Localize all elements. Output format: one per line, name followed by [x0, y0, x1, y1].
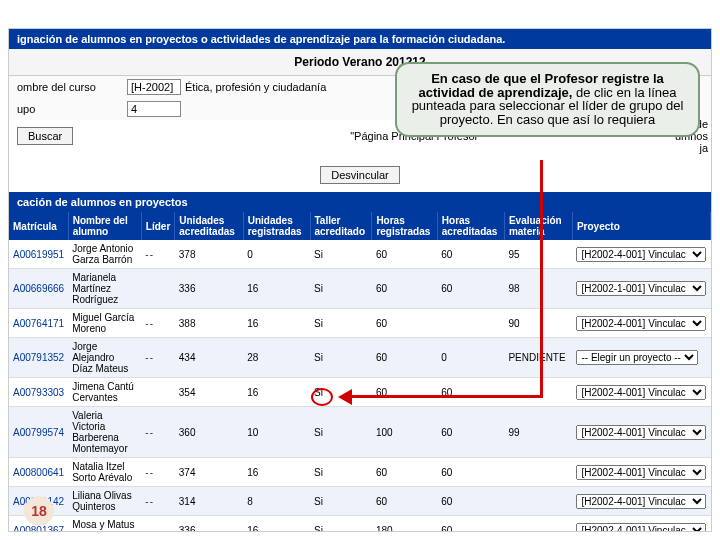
project-select[interactable]: -- Elegir un proyecto -- — [576, 350, 698, 365]
cell-value: 100 — [372, 407, 437, 458]
cell-lider: -- — [141, 458, 174, 487]
cell-value: 60 — [372, 269, 437, 309]
cell-proyecto: [H2002-1-001] Vinculac 5 — [572, 269, 710, 309]
cell-value — [504, 516, 572, 533]
cell-lider: -- — [141, 407, 174, 458]
cell-value: Si — [310, 516, 372, 533]
cell-value: 378 — [175, 240, 243, 269]
cell-matricula: A00764171 — [9, 309, 68, 338]
cell-lider: -- — [141, 338, 174, 378]
cell-value: 60 — [372, 378, 437, 407]
cell-value: 360 — [175, 407, 243, 458]
col-taller: Taller acreditado — [310, 212, 372, 240]
group-input[interactable] — [127, 101, 181, 117]
table-row: A00801367Mosa y Matus Carrasco--33616Si1… — [9, 516, 711, 533]
cell-proyecto: [H2002-4-001] Vinculac 5 — [572, 407, 710, 458]
project-select[interactable]: [H2002-4-001] Vinculac 5 — [576, 494, 706, 509]
cell-matricula: A00793303 — [9, 378, 68, 407]
cell-value: 336 — [175, 516, 243, 533]
section-header-assignment: ignación de alumnos en proyectos o activ… — [9, 29, 711, 49]
cell-value: 60 — [437, 458, 504, 487]
col-ua: Unidades acreditadas — [175, 212, 243, 240]
cell-proyecto: [H2002-4-001] Vinculac 5 — [572, 240, 710, 269]
cell-value: 10 — [243, 407, 310, 458]
cell-value: 60 — [437, 407, 504, 458]
search-button[interactable]: Buscar — [17, 127, 73, 145]
cell-matricula: A00799574 — [9, 407, 68, 458]
cell-value: 388 — [175, 309, 243, 338]
col-matricula: Matrícula — [9, 212, 68, 240]
table-row: A00764171Miguel García Moreno--38816Si60… — [9, 309, 711, 338]
project-select[interactable]: [H2002-4-001] Vinculac 5 — [576, 385, 706, 400]
cell-nombre: Natalia Itzel Sorto Arévalo — [68, 458, 141, 487]
cell-nombre: Jimena Cantú Cervantes — [68, 378, 141, 407]
col-ur: Unidades registradas — [243, 212, 310, 240]
table-row: A00799574Valeria Victoria Barberena Mont… — [9, 407, 711, 458]
course-code-input[interactable] — [127, 79, 181, 95]
cell-value: 90 — [504, 309, 572, 338]
cell-value: Si — [310, 407, 372, 458]
cell-proyecto: [H2002-4-001] Vinculac 5 — [572, 516, 710, 533]
arrow-horizontal — [348, 395, 540, 398]
project-select[interactable]: [H2002-4-001] Vinculac 5 — [576, 523, 706, 533]
table-row: A00793303Jimena Cantú Cervantes35416Si60… — [9, 378, 711, 407]
project-select[interactable]: [H2002-4-001] Vinculac 5 — [576, 247, 706, 262]
cell-lider — [141, 269, 174, 309]
course-label: ombre del curso — [17, 81, 127, 93]
cell-nombre: Jorge Alejandro Díaz Mateus — [68, 338, 141, 378]
cell-value — [504, 458, 572, 487]
cell-value: 16 — [243, 269, 310, 309]
leader-select-dashed[interactable]: -- — [145, 525, 154, 533]
cell-value — [504, 487, 572, 516]
col-eval: Evaluación materia — [504, 212, 572, 240]
cell-value: 354 — [175, 378, 243, 407]
cell-value: 99 — [504, 407, 572, 458]
unlink-button[interactable]: Desvincular — [320, 166, 399, 184]
table-row: A00801142Liliana Olivas Quinteros--3148S… — [9, 487, 711, 516]
leader-select-dashed[interactable]: -- — [145, 318, 154, 329]
cell-value: 16 — [243, 378, 310, 407]
cell-lider: -- — [141, 240, 174, 269]
cell-value: 374 — [175, 458, 243, 487]
cell-value: 0 — [437, 338, 504, 378]
leader-select-dashed[interactable]: -- — [145, 467, 154, 478]
project-select[interactable]: [H2002-4-001] Vinculac 5 — [576, 316, 706, 331]
project-select[interactable]: [H2002-4-001] Vinculac 5 — [576, 425, 706, 440]
cell-value: 16 — [243, 516, 310, 533]
cell-lider: -- — [141, 309, 174, 338]
cell-value: Si — [310, 240, 372, 269]
leader-select-dashed[interactable]: -- — [145, 352, 154, 363]
leader-select-dashed[interactable]: -- — [145, 496, 154, 507]
highlight-circle-icon — [311, 388, 333, 406]
cell-matricula: A00791352 — [9, 338, 68, 378]
col-ha: Horas acreditadas — [437, 212, 504, 240]
cell-value: 0 — [243, 240, 310, 269]
students-table: Matrícula Nombre del alumno Líder Unidad… — [9, 212, 711, 532]
cell-value: 60 — [437, 516, 504, 533]
cell-value: 60 — [437, 378, 504, 407]
cell-value: PENDIENTE — [504, 338, 572, 378]
cell-value: 60 — [437, 269, 504, 309]
cell-value: Si — [310, 458, 372, 487]
cell-lider: -- — [141, 516, 174, 533]
cell-value: Si — [310, 487, 372, 516]
cell-lider: -- — [141, 487, 174, 516]
project-select[interactable]: [H2002-4-001] Vinculac 5 — [576, 465, 706, 480]
course-name: Ética, profesión y ciudadanía — [185, 81, 326, 93]
slide-number: 18 — [24, 496, 54, 526]
cell-value: 16 — [243, 458, 310, 487]
project-select[interactable]: [H2002-1-001] Vinculac 5 — [576, 281, 706, 296]
cell-proyecto: [H2002-4-001] Vinculac 5 — [572, 458, 710, 487]
leader-select-dashed[interactable]: -- — [145, 427, 154, 438]
cell-value: 434 — [175, 338, 243, 378]
cell-value: Si — [310, 269, 372, 309]
leader-select-dashed[interactable]: -- — [145, 249, 154, 260]
cell-proyecto: [H2002-4-001] Vinculac 5 — [572, 378, 710, 407]
cell-matricula: A00800641 — [9, 458, 68, 487]
cell-value: 60 — [437, 487, 504, 516]
cell-value: 60 — [372, 487, 437, 516]
arrow-head-icon — [338, 389, 352, 405]
cell-value: 60 — [372, 338, 437, 378]
cell-nombre: Miguel García Moreno — [68, 309, 141, 338]
table-row: A00791352Jorge Alejandro Díaz Mateus--43… — [9, 338, 711, 378]
